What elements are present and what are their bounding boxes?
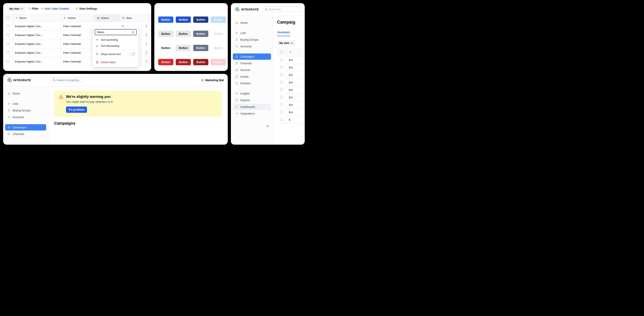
search-input[interactable]: Search for anything... bbox=[51, 77, 83, 83]
checkbox-icon[interactable] bbox=[280, 111, 283, 113]
view-settings-button[interactable]: View Settings bbox=[76, 7, 97, 10]
cell-name: Em bbox=[286, 56, 305, 64]
nav-channels[interactable]: Channels bbox=[5, 131, 46, 137]
table-row[interactable]: Em bbox=[277, 94, 305, 101]
search-input[interactable]: Search for bbox=[263, 7, 301, 12]
person-icon bbox=[63, 17, 66, 20]
nav-accounts[interactable]: Accounts bbox=[233, 43, 271, 50]
marketing-link[interactable]: Marketing Mat bbox=[201, 79, 224, 82]
nav-sources[interactable]: Sources bbox=[233, 67, 271, 73]
button-ghost-hover[interactable]: Button bbox=[176, 45, 191, 51]
row-menu-button[interactable] bbox=[144, 59, 149, 64]
table-row[interactable]: Em bbox=[277, 56, 305, 64]
button-primary-hover[interactable]: Button bbox=[176, 17, 191, 23]
sort-asc-icon bbox=[96, 39, 98, 41]
row-menu-button[interactable] bbox=[144, 33, 149, 37]
checkbox-icon[interactable] bbox=[280, 103, 283, 106]
row-menu-button[interactable] bbox=[144, 50, 149, 55]
table-row[interactable]: Em bbox=[277, 64, 305, 71]
button-secondary-hover[interactable]: Button bbox=[176, 31, 191, 37]
caret-down-icon bbox=[20, 7, 23, 10]
list-icon bbox=[235, 32, 238, 34]
logo[interactable]: INTEGRATE bbox=[235, 7, 259, 12]
table-row[interactable]: Em bbox=[277, 101, 305, 109]
checkbox-icon[interactable] bbox=[280, 118, 283, 121]
view-selector[interactable]: My view bbox=[7, 6, 26, 12]
button-danger-hover[interactable]: Button bbox=[176, 59, 191, 65]
dropdown-title-input[interactable]: Status bbox=[95, 29, 137, 35]
checkbox-icon[interactable] bbox=[6, 60, 9, 63]
nav-home[interactable]: Home bbox=[5, 90, 46, 97]
table-row[interactable]: Em bbox=[277, 79, 305, 86]
checkbox-icon[interactable] bbox=[6, 42, 9, 45]
column-author[interactable]: Author bbox=[61, 14, 94, 22]
nav-assets[interactable]: Assets bbox=[233, 74, 271, 80]
column-date[interactable]: Date bbox=[120, 14, 142, 22]
row-menu-button[interactable] bbox=[144, 24, 149, 29]
wrap-text[interactable]: Wrap column text bbox=[93, 51, 138, 57]
table-row[interactable]: Em bbox=[277, 109, 305, 116]
table-row[interactable]: Em bbox=[277, 71, 305, 79]
button-secondary[interactable]: Button bbox=[158, 31, 173, 37]
row-menu-button[interactable] bbox=[144, 42, 149, 46]
nav-home[interactable]: Home bbox=[233, 20, 271, 26]
nav-reports[interactable]: Reports bbox=[233, 97, 271, 103]
checkbox-icon[interactable] bbox=[280, 96, 283, 99]
nav-campaigns[interactable]: Campaigns bbox=[5, 124, 46, 131]
nav-accounts[interactable]: Accounts bbox=[5, 114, 46, 120]
checkbox-icon[interactable] bbox=[280, 66, 283, 69]
tab-summary[interactable]: Summary bbox=[277, 29, 290, 36]
button-primary-active[interactable]: Button bbox=[193, 17, 208, 23]
filter-button[interactable]: Filter bbox=[28, 7, 38, 10]
sort-button[interactable]: Sort: Date Created bbox=[41, 7, 69, 10]
nav-insights[interactable]: Insights bbox=[233, 90, 271, 97]
sources-icon bbox=[235, 69, 238, 71]
nav-partners[interactable]: Partners bbox=[233, 80, 271, 87]
button-row-secondary: Button Button Button Button bbox=[158, 31, 224, 37]
main-content: Campaig Summary My view EmEmEmEmEmEmEmEm… bbox=[273, 16, 305, 128]
nav-dashboards[interactable]: Dashboards bbox=[233, 104, 271, 110]
svg-rect-29 bbox=[202, 79, 204, 81]
sort-ascending[interactable]: Sort ascending bbox=[93, 37, 138, 43]
checkbox-icon[interactable] bbox=[6, 34, 9, 36]
close-icon[interactable] bbox=[132, 31, 134, 34]
nav-channels[interactable]: Channels bbox=[233, 60, 271, 66]
view-selector[interactable]: My view bbox=[277, 40, 296, 46]
logo[interactable]: INTEGRATE bbox=[7, 78, 31, 83]
nav-integrations[interactable]: Integrations bbox=[233, 110, 271, 117]
checkbox-icon[interactable] bbox=[280, 81, 283, 84]
column-checkbox[interactable] bbox=[3, 14, 12, 22]
button-danger-active[interactable]: Button bbox=[193, 59, 208, 65]
mini-col-name[interactable] bbox=[286, 49, 305, 56]
button-secondary-active[interactable]: Button bbox=[193, 31, 208, 37]
svg-point-2 bbox=[64, 17, 65, 18]
mini-col-check[interactable] bbox=[277, 49, 286, 56]
nav-buying-groups[interactable]: Buying Groups bbox=[5, 107, 46, 114]
table-row[interactable]: E bbox=[277, 116, 305, 124]
checkbox-icon[interactable] bbox=[280, 58, 283, 61]
topbar: INTEGRATE Search for anything... Marketi… bbox=[3, 74, 228, 87]
view-label: My view bbox=[10, 7, 19, 10]
checkbox-icon[interactable] bbox=[280, 88, 283, 91]
button-row-danger: Button Button Button Button bbox=[158, 59, 224, 65]
button-ghost-active[interactable]: Button bbox=[193, 45, 208, 51]
nav-lists[interactable]: Lists bbox=[233, 30, 271, 36]
toggle[interactable] bbox=[129, 52, 136, 56]
column-name[interactable]: Name bbox=[12, 14, 61, 22]
button-danger[interactable]: Button bbox=[158, 59, 173, 65]
checkbox-icon[interactable] bbox=[6, 25, 9, 27]
button-primary[interactable]: Button bbox=[158, 17, 173, 23]
column-status[interactable]: Status bbox=[94, 14, 120, 22]
button-ghost[interactable]: Button bbox=[158, 45, 173, 51]
nav-campaigns[interactable]: Campaigns bbox=[233, 54, 271, 60]
fix-problem-button[interactable]: Fix problem bbox=[66, 107, 87, 113]
nav-lists[interactable]: Lists bbox=[5, 101, 46, 107]
checkbox-icon[interactable] bbox=[6, 51, 9, 54]
nav-buying-groups[interactable]: Buying Groups bbox=[233, 37, 271, 43]
svg-point-1 bbox=[76, 9, 76, 10]
sort-descending[interactable]: Sort descending bbox=[93, 43, 138, 49]
button-secondary-disabled: Button bbox=[211, 31, 226, 37]
delete-object[interactable]: Delete object bbox=[93, 59, 138, 65]
table-row[interactable]: Em bbox=[277, 86, 305, 94]
checkbox-icon[interactable] bbox=[280, 73, 283, 76]
